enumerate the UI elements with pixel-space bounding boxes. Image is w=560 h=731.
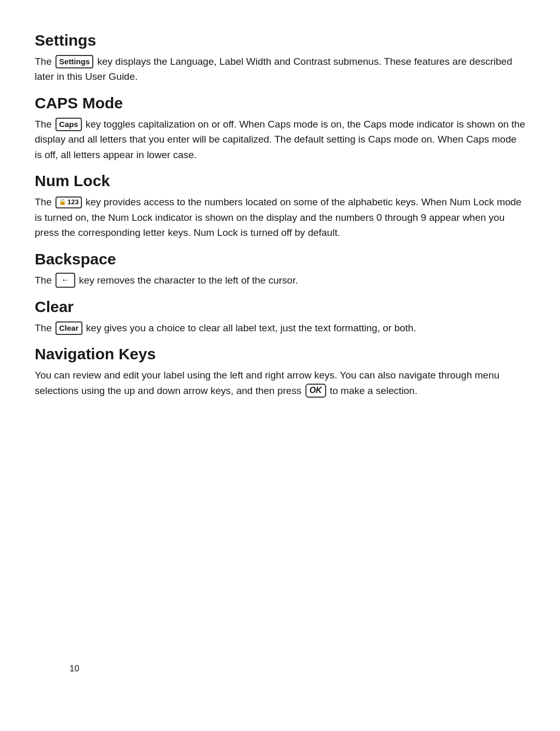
section-clear: Clear The Clear key gives you a choice t… [35,298,525,335]
caps-key: Caps [55,118,82,131]
section-body-num-lock: The 🔒123 key provides access to the numb… [35,194,525,240]
section-body-backspace: The ← key removes the character to the l… [35,273,525,288]
body-text-after-navigation: to make a selection. [327,385,417,396]
section-title-clear: Clear [35,298,525,316]
numlock-key: 🔒123 [55,196,82,208]
section-body-clear: The Clear key gives you a choice to clea… [35,320,525,335]
section-body-navigation-keys: You can review and edit your label using… [35,368,525,398]
body-text-before-clear: The [35,322,54,333]
body-text-before-navigation: You can review and edit your label using… [35,370,499,396]
body-text-before-backspace: The [35,275,54,286]
page-number: 10 [69,664,79,674]
section-num-lock: Num Lock The 🔒123 key provides access to… [35,172,525,240]
section-caps-mode: CAPS Mode The Caps key toggles capitaliz… [35,94,525,162]
section-title-backspace: Backspace [35,250,525,269]
ok-key: OK [305,384,326,398]
body-text-before-numlock: The [35,196,54,207]
lock-icon: 🔒 [59,198,66,206]
section-settings: Settings The Settings key displays the L… [35,31,525,85]
section-title-settings: Settings [35,31,525,50]
body-text-after-settings: key displays the Language, Label Width a… [35,56,512,82]
section-title-caps-mode: CAPS Mode [35,94,525,113]
body-text-after-clear: key gives you a choice to clear all labe… [83,322,416,333]
body-text-before-settings: The [35,56,54,67]
backspace-key: ← [55,273,75,288]
body-text-after-backspace: key removes the character to the left of… [76,275,298,286]
clear-key: Clear [55,321,82,335]
body-text-after-caps: key toggles capitalization on or off. Wh… [35,119,525,160]
section-navigation-keys: Navigation Keys You can review and edit … [35,345,525,398]
settings-key: Settings [55,55,93,68]
body-text-before-caps: The [35,119,54,130]
section-title-navigation-keys: Navigation Keys [35,345,525,363]
section-body-settings: The Settings key displays the Language, … [35,54,525,85]
page-content: Settings The Settings key displays the L… [35,31,525,700]
section-backspace: Backspace The ← key removes the characte… [35,250,525,288]
section-body-caps-mode: The Caps key toggles capitalization on o… [35,117,525,162]
section-title-num-lock: Num Lock [35,172,525,190]
body-text-after-numlock: key provides access to the numbers locat… [35,196,522,238]
